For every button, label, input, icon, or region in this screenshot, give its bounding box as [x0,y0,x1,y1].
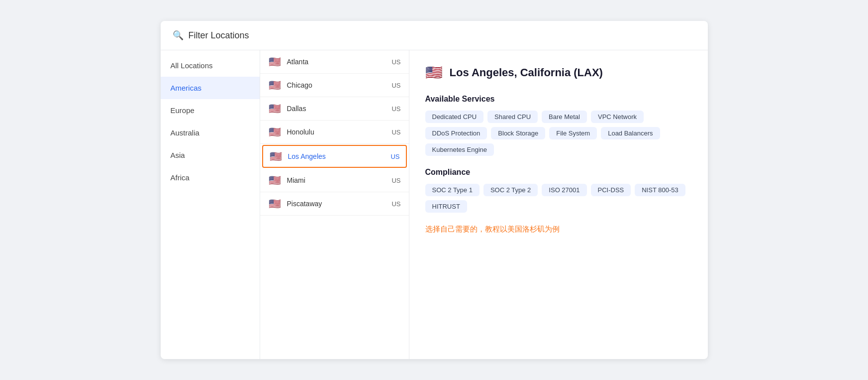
region-list: All Locations Americas Europe Australia … [161,50,260,359]
service-tag-block-storage: Block Storage [491,127,545,139]
city-item-piscataway[interactable]: 🇺🇸 Piscataway US [260,192,409,216]
city-name-honolulu: Honolulu [287,128,387,136]
region-item-all-locations[interactable]: All Locations [161,54,260,77]
flag-icon-honolulu: 🇺🇸 [268,127,282,136]
service-tag-dedicated-cpu: Dedicated CPU [425,111,484,123]
flag-icon-chicago: 🇺🇸 [268,81,282,90]
compliance-tag-soc2-type2: SOC 2 Type 2 [483,184,538,196]
region-item-americas[interactable]: Americas [161,77,260,99]
city-item-los-angeles[interactable]: 🇺🇸 Los Angeles US [262,145,407,168]
city-item-atlanta[interactable]: 🇺🇸 Atlanta US [260,50,409,74]
detail-panel: 🇺🇸 Los Angeles, California (LAX) Availab… [409,50,708,248]
compliance-tag-pci-dss: PCI-DSS [591,184,631,196]
annotation-text: 选择自己需要的，教程以美国洛杉矶为例 [425,225,692,234]
region-item-australia[interactable]: Australia [161,122,260,144]
detail-flag-icon: 🇺🇸 [425,64,443,81]
city-name-atlanta: Atlanta [287,58,387,66]
location-selector-panel: 🔍 Filter Locations All Locations America… [161,21,708,359]
city-name-dallas: Dallas [287,105,387,113]
flag-icon-los-angeles: 🇺🇸 [269,152,283,161]
service-tag-shared-cpu: Shared CPU [487,111,538,123]
region-item-europe[interactable]: Europe [161,99,260,122]
services-tags: Dedicated CPU Shared CPU Bare Metal VPC … [425,111,692,156]
compliance-tag-soc2-type1: SOC 2 Type 1 [425,184,480,196]
city-name-piscataway: Piscataway [287,200,387,208]
city-code-miami: US [391,177,400,184]
detail-title: Los Angeles, California (LAX) [450,66,603,79]
region-item-africa[interactable]: Africa [161,166,260,189]
detail-header: 🇺🇸 Los Angeles, California (LAX) [425,64,692,81]
city-item-miami[interactable]: 🇺🇸 Miami US [260,169,409,192]
service-tag-vpc-network: VPC Network [591,111,644,123]
compliance-label: Compliance [425,168,692,177]
available-services-label: Available Services [425,95,692,104]
city-list: 🇺🇸 Atlanta US 🇺🇸 Chicago US 🇺🇸 Dallas US… [260,50,409,359]
flag-icon-piscataway: 🇺🇸 [268,199,282,208]
compliance-tags: SOC 2 Type 1 SOC 2 Type 2 ISO 27001 PCI-… [425,184,692,213]
city-name-chicago: Chicago [287,81,387,89]
main-body: All Locations Americas Europe Australia … [161,50,708,359]
compliance-tag-iso27001: ISO 27001 [542,184,586,196]
detail-panel-wrap: 🇺🇸 Los Angeles, California (LAX) Availab… [409,50,708,359]
city-code-honolulu: US [391,128,400,136]
flag-icon-miami: 🇺🇸 [268,176,282,185]
service-tag-ddos-protection: DDoS Protection [425,127,487,139]
compliance-tag-hitrust: HITRUST [425,200,467,213]
city-code-los-angeles: US [390,153,399,160]
region-item-asia[interactable]: Asia [161,144,260,166]
city-code-chicago: US [391,82,400,89]
service-tag-kubernetes-engine: Kubernetes Engine [425,143,494,156]
service-tag-file-system: File System [549,127,597,139]
city-name-los-angeles: Los Angeles [288,152,386,160]
compliance-tag-nist-800-53: NIST 800-53 [635,184,685,196]
city-code-atlanta: US [391,58,400,66]
search-icon: 🔍 [173,30,184,41]
flag-icon-atlanta: 🇺🇸 [268,57,282,66]
service-tag-bare-metal: Bare Metal [542,111,587,123]
city-item-chicago[interactable]: 🇺🇸 Chicago US [260,74,409,97]
city-code-dallas: US [391,105,400,113]
flag-icon-dallas: 🇺🇸 [268,104,282,113]
city-code-piscataway: US [391,200,400,208]
search-header: 🔍 Filter Locations [161,21,708,50]
city-item-honolulu[interactable]: 🇺🇸 Honolulu US [260,121,409,144]
service-tag-load-balancers: Load Balancers [601,127,660,139]
city-item-dallas[interactable]: 🇺🇸 Dallas US [260,97,409,121]
filter-locations-title: Filter Locations [189,30,249,41]
city-name-miami: Miami [287,176,387,184]
